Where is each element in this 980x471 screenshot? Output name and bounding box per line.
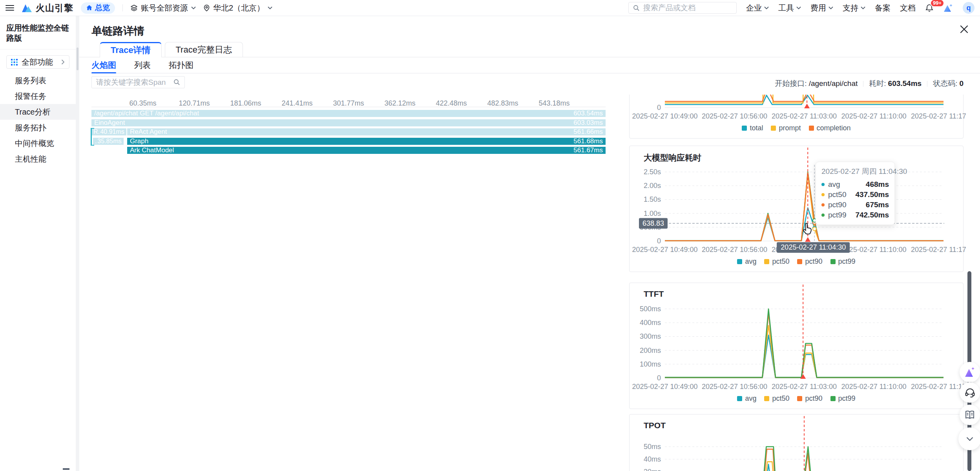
flame-axis-tick: 422.48ms	[436, 99, 467, 108]
navbar-menus: 企业工具费用支持备案文档	[746, 3, 916, 13]
x-tick-label: 2025-02-27 11:17:00	[911, 246, 966, 254]
tooltip-title: 2025-02-27 周四 11:04:30	[821, 166, 889, 177]
legend-swatch	[742, 126, 747, 131]
sidebar-collapse-handle[interactable]	[63, 468, 69, 470]
tooltip-series-name: pct90	[828, 201, 846, 209]
sidebar-item-服务列表[interactable]: 服务列表	[0, 73, 76, 88]
tooltip-row: pct90675ms	[821, 200, 889, 210]
navbar-left: 火山引擎 总览 账号全部资源 华北2（北京）	[5, 2, 272, 14]
legend-label: pct50	[772, 394, 789, 403]
chart-card-token-usage: 02025-02-27 10:49:002025-02-27 10:56:002…	[629, 95, 964, 139]
all-features-button[interactable]: 全部功能	[6, 55, 69, 69]
subtab-topology[interactable]: 拓扑图	[169, 57, 193, 73]
docs-book-fab[interactable]	[960, 405, 980, 425]
nav-menu-费用[interactable]: 费用	[810, 3, 833, 13]
legend-item-pct90[interactable]: pct90	[797, 394, 822, 403]
legend-item-completion[interactable]: completion	[809, 124, 851, 132]
chevron-down-icon	[191, 6, 196, 9]
sidebar-item-主机性能[interactable]: 主机性能	[0, 151, 76, 167]
notification-badge: 99+	[930, 0, 944, 7]
product-search-input[interactable]: 搜索产品或文档	[628, 2, 737, 14]
ai-assistant-fab[interactable]	[960, 362, 980, 382]
y-tick-label: 1.00s	[633, 209, 661, 217]
legend-label: pct99	[838, 394, 856, 403]
nav-menu-文档[interactable]: 文档	[900, 3, 916, 13]
location-pin-icon	[203, 4, 210, 12]
sidebar-item-中间件概览[interactable]: 中间件概览	[0, 135, 76, 151]
x-tick-label: 2025-02-27 10:49:00	[632, 383, 697, 391]
span-duration: 603.03ms	[573, 119, 603, 126]
overview-pill[interactable]: 总览	[81, 2, 115, 14]
flame-axis-tick: 482.83ms	[487, 99, 518, 108]
nav-menu-工具[interactable]: 工具	[778, 3, 801, 13]
flame-span[interactable]: EinoAgent603.03ms	[91, 119, 606, 126]
legend-item-pct50[interactable]: pct50	[764, 394, 789, 403]
chart-tooltip: 2025-02-27 周四 11:04:30avg468mspct50437.5…	[816, 162, 895, 225]
sidebar-title: 应用性能监控全链路版	[0, 16, 76, 49]
span-duration: 561.67ms	[573, 147, 603, 154]
x-tick-label: 2025-02-27 10:56:00	[702, 112, 767, 120]
tooltip-series-name: avg	[828, 180, 840, 189]
chevron-down-icon	[268, 6, 272, 9]
ai-assistant-icon[interactable]	[943, 3, 953, 13]
sidebar-scrollbar-thumb[interactable]	[77, 47, 78, 70]
chevron-down-icon	[796, 6, 801, 9]
timestamp-marker-triangle	[805, 237, 810, 242]
nav-menu-备案[interactable]: 备案	[875, 3, 891, 13]
trace-detail-panel: 单链路详情 Trace详情 Trace完整日志 火焰图 列表 拓扑图 请按关键字…	[79, 16, 980, 471]
legend-item-avg[interactable]: avg	[737, 257, 756, 266]
chevron-down-icon	[764, 6, 769, 9]
sidebar-item-服务拓扑[interactable]: 服务拓扑	[0, 120, 76, 135]
nav-menu-支持[interactable]: 支持	[843, 3, 865, 13]
flame-span[interactable]: R.40.91ms	[91, 128, 126, 135]
flame-span[interactable]: .35.85ms	[93, 138, 124, 145]
span-duration: 561.66ms	[573, 128, 603, 135]
legend-swatch	[771, 126, 776, 131]
notifications-button[interactable]: 99+	[925, 4, 934, 13]
y-tick-label: 200ms	[633, 346, 661, 354]
y-tick-label: 500ms	[633, 305, 661, 313]
user-avatar[interactable]: q	[963, 2, 975, 14]
close-icon[interactable]	[957, 22, 971, 36]
support-headset-fab[interactable]	[960, 382, 980, 403]
x-tick-label: 2025-02-27 11:10:00	[841, 246, 907, 254]
nav-menu-企业[interactable]: 企业	[746, 3, 769, 13]
y-tick-label: 2.50s	[633, 168, 661, 176]
tab-bar: Trace详情 Trace完整日志	[100, 42, 243, 57]
legend-item-pct90[interactable]: pct90	[797, 257, 822, 266]
legend-item-pct99[interactable]: pct99	[830, 257, 856, 266]
flame-span[interactable]: Ark ChatModel561.67ms	[127, 147, 606, 154]
legend-item-avg[interactable]: avg	[737, 394, 756, 403]
sidebar-item-Trace分析[interactable]: Trace分析	[0, 104, 76, 120]
legend-item-pct99[interactable]: pct99	[830, 394, 856, 403]
charts-column: 02025-02-27 10:49:002025-02-27 10:56:002…	[629, 95, 966, 471]
volcano-logo-icon	[22, 3, 32, 13]
subtab-flame-graph[interactable]: 火焰图	[91, 57, 116, 73]
sidebar-menu: 服务列表报警任务Trace分析服务拓扑中间件概览主机性能	[0, 73, 76, 167]
legend-item-pct50[interactable]: pct50	[764, 257, 789, 266]
flame-span[interactable]: ReAct Agent561.66ms	[127, 128, 606, 135]
legend-item-total[interactable]: total	[742, 124, 763, 132]
span-duration: 561.68ms	[573, 138, 603, 145]
hover-point	[813, 227, 816, 231]
span-label: Graph	[130, 138, 148, 145]
span-search-input[interactable]: 请按关键字搜索Span	[91, 76, 185, 88]
brand-logo[interactable]: 火山引擎	[22, 2, 73, 14]
tab-trace-full-log[interactable]: Trace完整日志	[165, 42, 243, 57]
flame-span[interactable]: Graph561.68ms	[127, 138, 606, 145]
span-duration: 35.85ms	[97, 138, 121, 145]
tab-trace-detail[interactable]: Trace详情	[100, 42, 162, 57]
sidebar-item-报警任务[interactable]: 报警任务	[0, 88, 76, 104]
tooltip-series-dot	[821, 183, 825, 186]
legend-swatch	[797, 396, 802, 401]
flame-span[interactable]: /agent/api/chat GET /agent/api/chat603.5…	[91, 110, 606, 117]
y-tick-label: 300ms	[633, 332, 661, 341]
flame-axis-tick: 60.35ms	[129, 99, 156, 108]
region-selector[interactable]: 华北2（北京）	[203, 3, 272, 13]
resource-scope-selector[interactable]: 账号全部资源	[130, 3, 196, 13]
collapse-fabs-button[interactable]	[958, 427, 980, 450]
subtab-list[interactable]: 列表	[134, 57, 151, 73]
legend-item-prompt[interactable]: prompt	[771, 124, 801, 132]
subtab-bar: 火焰图 列表 拓扑图	[91, 57, 980, 73]
hamburger-menu-icon[interactable]	[5, 5, 14, 11]
